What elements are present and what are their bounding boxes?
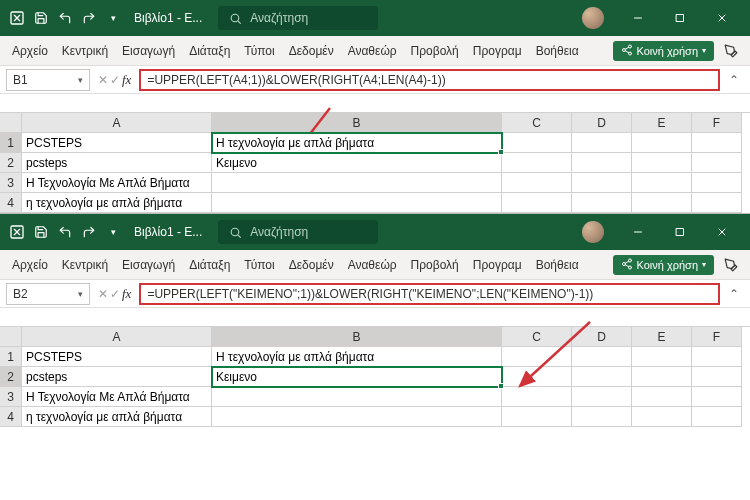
cell-C3[interactable]	[502, 173, 572, 193]
expand-formula-icon[interactable]: ⌃	[724, 287, 744, 301]
ribbon-tab-3[interactable]: Διάταξη	[183, 40, 236, 62]
cell-E2[interactable]	[632, 153, 692, 173]
fx-icon[interactable]: fx	[122, 286, 131, 302]
cell-C1[interactable]	[502, 133, 572, 153]
chevron-down-icon[interactable]: ▾	[78, 75, 83, 85]
close-button[interactable]	[702, 214, 742, 250]
col-header-E[interactable]: E	[632, 327, 692, 347]
ribbon-tab-4[interactable]: Τύποι	[238, 40, 280, 62]
fill-handle[interactable]	[498, 383, 504, 389]
cell-E1[interactable]	[632, 133, 692, 153]
enter-icon[interactable]: ✓	[110, 73, 120, 87]
cell-D2[interactable]	[572, 367, 632, 387]
cell-A4[interactable]: η τεχνολογία με απλά βήματα	[22, 407, 212, 427]
cell-E4[interactable]	[632, 193, 692, 213]
redo-icon[interactable]	[80, 9, 98, 27]
col-header-E[interactable]: E	[632, 113, 692, 133]
col-header-B[interactable]: B	[212, 113, 502, 133]
pen-mode-button[interactable]	[718, 254, 744, 276]
cell-C4[interactable]	[502, 407, 572, 427]
formula-input[interactable]: =UPPER(LEFT(A4;1))&LOWER(RIGHT(A4;LEN(A4…	[139, 69, 720, 91]
row-header-3[interactable]: 3	[0, 387, 22, 407]
ribbon-tab-9[interactable]: Βοήθεια	[530, 254, 585, 276]
avatar[interactable]	[582, 221, 604, 243]
ribbon-tab-6[interactable]: Αναθεώρ	[342, 254, 403, 276]
cell-A3[interactable]: Η Τεχνολογία Με Απλά Βήματα	[22, 173, 212, 193]
row-header-1[interactable]: 1	[0, 133, 22, 153]
ribbon-tab-9[interactable]: Βοήθεια	[530, 40, 585, 62]
col-header-B[interactable]: B	[212, 327, 502, 347]
minimize-button[interactable]	[618, 214, 658, 250]
cell-D3[interactable]	[572, 387, 632, 407]
cell-E1[interactable]	[632, 347, 692, 367]
cell-D4[interactable]	[572, 193, 632, 213]
cell-A2[interactable]: pcsteps	[22, 367, 212, 387]
cell-F1[interactable]	[692, 347, 742, 367]
cell-E3[interactable]	[632, 387, 692, 407]
col-header-A[interactable]: A	[22, 113, 212, 133]
cell-B3[interactable]	[212, 387, 502, 407]
cell-C4[interactable]	[502, 193, 572, 213]
row-header-3[interactable]: 3	[0, 173, 22, 193]
cell-B1[interactable]: Η τεχνολογία με απλά βήματα	[212, 347, 502, 367]
ribbon-tab-0[interactable]: Αρχείο	[6, 254, 54, 276]
row-header-2[interactable]: 2	[0, 367, 22, 387]
cancel-icon[interactable]: ✕	[98, 287, 108, 301]
cell-B1[interactable]: Η τεχνολογία με απλά βήματα	[212, 133, 502, 153]
ribbon-tab-3[interactable]: Διάταξη	[183, 254, 236, 276]
cell-A1[interactable]: PCSTEPS	[22, 133, 212, 153]
cell-C2[interactable]	[502, 153, 572, 173]
cell-E2[interactable]	[632, 367, 692, 387]
ribbon-tab-4[interactable]: Τύποι	[238, 254, 280, 276]
cell-D3[interactable]	[572, 173, 632, 193]
cell-B2[interactable]: Κειμενο	[212, 367, 502, 387]
cell-C2[interactable]	[502, 367, 572, 387]
share-button[interactable]: Κοινή χρήση ▾	[613, 41, 715, 61]
cell-F3[interactable]	[692, 387, 742, 407]
cell-F1[interactable]	[692, 133, 742, 153]
cell-E3[interactable]	[632, 173, 692, 193]
cell-F3[interactable]	[692, 173, 742, 193]
select-all-corner[interactable]	[0, 113, 22, 133]
minimize-button[interactable]	[618, 0, 658, 36]
share-button[interactable]: Κοινή χρήση ▾	[613, 255, 715, 275]
ribbon-tab-2[interactable]: Εισαγωγή	[116, 254, 181, 276]
maximize-button[interactable]	[660, 214, 700, 250]
col-header-D[interactable]: D	[572, 113, 632, 133]
search-box[interactable]: Αναζήτηση	[218, 220, 378, 244]
cell-D4[interactable]	[572, 407, 632, 427]
formula-input[interactable]: =UPPER(LEFT("KEIMENO";1))&LOWER(RIGHT("K…	[139, 283, 720, 305]
cell-F4[interactable]	[692, 407, 742, 427]
cell-A2[interactable]: pcsteps	[22, 153, 212, 173]
ribbon-tab-8[interactable]: Προγραμ	[467, 40, 528, 62]
col-header-C[interactable]: C	[502, 327, 572, 347]
name-box[interactable]: B2 ▾	[6, 283, 90, 305]
ribbon-tab-5[interactable]: Δεδομέν	[283, 254, 340, 276]
enter-icon[interactable]: ✓	[110, 287, 120, 301]
customize-qat-icon[interactable]: ▾	[104, 9, 122, 27]
undo-icon[interactable]	[56, 223, 74, 241]
name-box[interactable]: B1 ▾	[6, 69, 90, 91]
col-header-F[interactable]: F	[692, 113, 742, 133]
cell-F4[interactable]	[692, 193, 742, 213]
cell-B4[interactable]	[212, 193, 502, 213]
cell-A4[interactable]: η τεχνολογία με απλά βήματα	[22, 193, 212, 213]
row-header-4[interactable]: 4	[0, 407, 22, 427]
ribbon-tab-7[interactable]: Προβολή	[405, 254, 465, 276]
search-box[interactable]: Αναζήτηση	[218, 6, 378, 30]
pen-mode-button[interactable]	[718, 40, 744, 62]
expand-formula-icon[interactable]: ⌃	[724, 73, 744, 87]
save-icon[interactable]	[32, 9, 50, 27]
cancel-icon[interactable]: ✕	[98, 73, 108, 87]
chevron-down-icon[interactable]: ▾	[78, 289, 83, 299]
cell-B2[interactable]: Κειμενο	[212, 153, 502, 173]
avatar[interactable]	[582, 7, 604, 29]
fill-handle[interactable]	[498, 149, 504, 155]
fx-icon[interactable]: fx	[122, 72, 131, 88]
cell-D2[interactable]	[572, 153, 632, 173]
cell-F2[interactable]	[692, 367, 742, 387]
maximize-button[interactable]	[660, 0, 700, 36]
customize-qat-icon[interactable]: ▾	[104, 223, 122, 241]
ribbon-tab-1[interactable]: Κεντρική	[56, 254, 114, 276]
ribbon-tab-6[interactable]: Αναθεώρ	[342, 40, 403, 62]
